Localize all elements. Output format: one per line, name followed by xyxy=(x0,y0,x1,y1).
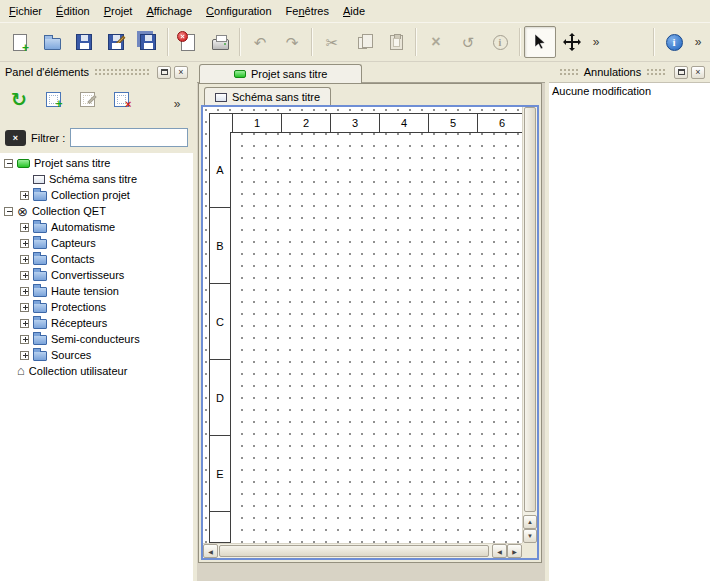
tree-item-collection-projet[interactable]: Collection projet xyxy=(0,187,193,203)
arrow-up-icon: ▲ xyxy=(527,519,533,525)
scroll-left-button-end[interactable]: ◀ xyxy=(492,544,507,558)
tree-item-schema-sans-titre[interactable]: Schéma sans titre xyxy=(0,171,193,187)
rotate-button[interactable]: ↺ xyxy=(452,26,484,58)
folder-icon xyxy=(33,335,47,345)
tree-item-haute-tension[interactable]: Haute tension xyxy=(0,283,193,299)
close-file-button[interactable] xyxy=(172,26,204,58)
toolbar-overflow-button[interactable]: » xyxy=(588,26,604,58)
print-button[interactable] xyxy=(204,26,236,58)
tree-item-recepteurs[interactable]: Récepteurs xyxy=(0,315,193,331)
delete-element-button[interactable]: × xyxy=(106,84,136,114)
scroll-right-button[interactable]: ▶ xyxy=(507,544,522,558)
move-arrows-icon xyxy=(563,33,581,51)
pan-tool-button[interactable] xyxy=(556,26,588,58)
scroll-up-button[interactable]: ▲ xyxy=(523,515,537,529)
horizontal-scrollbar-track[interactable] xyxy=(218,544,492,558)
save-button[interactable] xyxy=(68,26,100,58)
vertical-scrollbar-thumb[interactable] xyxy=(524,107,536,512)
toolbar-separator xyxy=(239,28,241,56)
dock-grip-handle[interactable] xyxy=(559,68,579,76)
menu-fenetres[interactable]: Fenêtres xyxy=(279,0,336,22)
dock-float-button[interactable] xyxy=(674,66,688,79)
scroll-left-button[interactable]: ◀ xyxy=(203,544,218,558)
redo-button[interactable]: ↷ xyxy=(276,26,308,58)
info-button[interactable]: i xyxy=(484,26,516,58)
close-icon: × xyxy=(695,68,700,77)
tree-item-sources[interactable]: Sources xyxy=(0,347,193,363)
save-icon xyxy=(76,34,92,50)
tree-item-label: Contacts xyxy=(51,253,94,265)
arrow-left-icon: ◀ xyxy=(497,548,502,555)
help-about-button[interactable]: i xyxy=(658,26,690,58)
dock-close-button[interactable]: × xyxy=(174,66,188,79)
dock-grip-handle[interactable] xyxy=(94,68,149,76)
undo-button[interactable]: ↶ xyxy=(244,26,276,58)
tree-item-semi-conducteurs[interactable]: Semi-conducteurs xyxy=(0,331,193,347)
toolbar-separator xyxy=(519,28,521,56)
paste-button[interactable] xyxy=(380,26,412,58)
vertical-scrollbar-track[interactable] xyxy=(523,107,537,515)
collapse-expander-icon[interactable] xyxy=(4,207,13,216)
undo-history-list[interactable]: Aucune modification xyxy=(549,82,710,581)
scroll-down-button[interactable]: ▼ xyxy=(523,529,537,543)
tab-projet-sans-titre[interactable]: Projet sans titre xyxy=(199,64,362,83)
tree-item-label: Protections xyxy=(51,301,106,313)
tree-item-collection-qet[interactable]: ⊗Collection QET xyxy=(0,203,193,219)
expand-expander-icon[interactable] xyxy=(20,351,29,360)
tree-item-protections[interactable]: Protections xyxy=(0,299,193,315)
paste-icon xyxy=(390,35,403,50)
horizontal-scrollbar[interactable]: ◀ ◀ ▶ xyxy=(203,543,522,558)
filter-input[interactable] xyxy=(70,128,188,147)
dock-float-button[interactable] xyxy=(157,66,171,79)
menu-edition[interactable]: Édition xyxy=(49,0,97,22)
toolbar-separator xyxy=(167,28,169,56)
schema-canvas[interactable]: 1 2 3 4 5 6 A B C D E xyxy=(203,107,522,543)
tab-schema-sans-titre[interactable]: Schéma sans titre xyxy=(204,87,331,106)
expand-expander-icon[interactable] xyxy=(20,271,29,280)
edit-element-button[interactable] xyxy=(72,84,102,114)
collapse-expander-icon[interactable] xyxy=(4,159,13,168)
copy-button[interactable] xyxy=(348,26,380,58)
expand-expander-icon[interactable] xyxy=(20,303,29,312)
tree-item-projet-sans-titre[interactable]: Projet sans titre xyxy=(0,155,193,171)
expand-expander-icon[interactable] xyxy=(20,319,29,328)
expand-expander-icon[interactable] xyxy=(20,191,29,200)
row-header-cell: D xyxy=(210,360,230,436)
menu-configuration[interactable]: Configuration xyxy=(199,0,278,22)
tree-item-collection-utilisateur[interactable]: ⌂Collection utilisateur xyxy=(0,363,193,379)
save-all-button[interactable] xyxy=(132,26,164,58)
reload-collections-button[interactable]: ↻ xyxy=(4,84,34,114)
tree-item-contacts[interactable]: Contacts xyxy=(0,251,193,267)
menu-fichier[interactable]: Fichier xyxy=(2,0,49,22)
menu-projet[interactable]: Projet xyxy=(97,0,140,22)
selection-tool-button[interactable] xyxy=(524,26,556,58)
expand-expander-icon[interactable] xyxy=(20,239,29,248)
expand-expander-icon[interactable] xyxy=(20,255,29,264)
horizontal-scrollbar-thumb[interactable] xyxy=(219,545,489,557)
tree-item-convertisseurs[interactable]: Convertisseurs xyxy=(0,267,193,283)
help-overflow-button[interactable]: » xyxy=(690,26,706,58)
undo-history-item[interactable]: Aucune modification xyxy=(552,85,707,97)
elements-tree[interactable]: Projet sans titre Schéma sans titre Coll… xyxy=(0,153,193,581)
arrow-left-icon: ◀ xyxy=(208,548,213,555)
cut-button[interactable]: ✂ xyxy=(316,26,348,58)
dock-close-button[interactable]: × xyxy=(691,66,705,79)
new-document-button[interactable]: + xyxy=(4,26,36,58)
panel-overflow-button[interactable]: » xyxy=(169,94,185,114)
expand-expander-icon[interactable] xyxy=(20,335,29,344)
project-tabbar: Projet sans titre xyxy=(197,62,545,83)
delete-button[interactable]: × xyxy=(420,26,452,58)
new-element-button[interactable]: + xyxy=(38,84,68,114)
tree-item-capteurs[interactable]: Capteurs xyxy=(0,235,193,251)
dock-grip-handle[interactable] xyxy=(646,68,666,76)
new-document-icon: + xyxy=(13,34,27,51)
save-as-button[interactable] xyxy=(100,26,132,58)
vertical-scrollbar[interactable]: ▲ ▼ xyxy=(522,107,537,543)
open-file-button[interactable] xyxy=(36,26,68,58)
tree-item-automatisme[interactable]: Automatisme xyxy=(0,219,193,235)
expand-expander-icon[interactable] xyxy=(20,287,29,296)
menu-affichage[interactable]: Affichage xyxy=(139,0,199,22)
clear-filter-button[interactable]: × xyxy=(5,130,26,146)
expand-expander-icon[interactable] xyxy=(20,223,29,232)
menu-aide[interactable]: Aide xyxy=(336,0,372,22)
